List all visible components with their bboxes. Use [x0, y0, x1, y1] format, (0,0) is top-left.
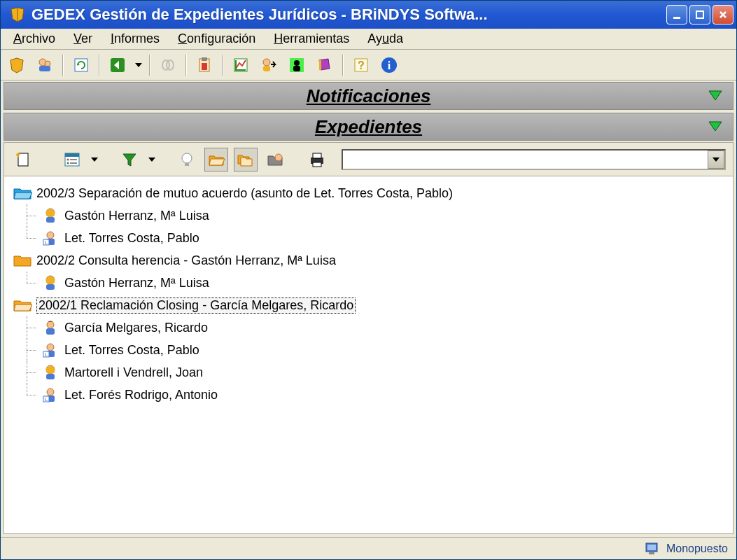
search-combo[interactable]	[342, 149, 726, 170]
menu-informes[interactable]: Informes	[104, 29, 167, 48]
app-icon	[8, 5, 27, 24]
section-expedientes-label: Expedientes	[315, 116, 422, 138]
tb2-list-icon[interactable]	[60, 148, 84, 172]
person-female-icon	[41, 364, 60, 381]
tree-label: Gastón Herranz, Mª Luisa	[64, 276, 209, 290]
svg-point-30	[182, 153, 192, 163]
app-window: GEDEX Gestión de Expedientes Jurídicos -…	[0, 0, 737, 560]
tree-label: 2002/3 Separación de mutuo acuerdo (asun…	[36, 186, 453, 201]
tb-help-icon[interactable]: ?	[349, 53, 373, 77]
window-controls	[666, 5, 734, 24]
person-female-icon	[41, 207, 60, 224]
folder-open-icon	[13, 297, 32, 314]
tree-person[interactable]: Gastón Herranz, Mª Luisa	[13, 204, 724, 227]
maximize-button[interactable]	[689, 5, 710, 24]
svg-point-16	[294, 60, 300, 66]
tree-folder[interactable]: 2002/2 Consulta herencia - Gastón Herran…	[13, 249, 724, 272]
tree-person[interactable]: L Let. Forés Rodrigo, Antonio	[13, 384, 724, 406]
person-lawyer-icon: L	[41, 386, 60, 403]
titlebar: GEDEX Gestión de Expedientes Jurídicos -…	[1, 1, 736, 29]
svg-text:L: L	[45, 239, 48, 246]
svg-rect-57	[647, 545, 656, 550]
tb2-list-dropdown[interactable]	[90, 158, 99, 162]
tree-label: Let. Torres Costa, Pablo	[64, 231, 199, 246]
tb-person-green-icon[interactable]	[285, 53, 309, 77]
menu-herramientas[interactable]: Herramientas	[267, 29, 356, 48]
separator	[149, 55, 150, 76]
svg-point-27	[67, 162, 69, 164]
svg-rect-43	[46, 284, 55, 290]
section-expedientes[interactable]: Expedientes	[3, 113, 734, 141]
tb-home-icon[interactable]	[5, 53, 29, 77]
tb2-filter-icon[interactable]	[118, 148, 141, 172]
window-title: GEDEX Gestión de Expedientes Jurídicos -…	[31, 6, 666, 24]
tb-chart-icon[interactable]	[229, 53, 253, 77]
svg-rect-14	[263, 66, 270, 71]
section-notificaciones[interactable]: Notificaciones	[3, 82, 734, 110]
svg-point-44	[47, 321, 54, 328]
tb-refresh-icon[interactable]	[69, 53, 93, 77]
tree-label: Gastón Herranz, Mª Luisa	[64, 209, 209, 223]
tb2-person-folder-icon[interactable]	[263, 148, 287, 172]
menu-configuracion[interactable]: Configuración	[171, 29, 262, 48]
combo-dropdown-button[interactable]	[708, 150, 724, 169]
tb2-folder1-icon[interactable]	[204, 148, 228, 172]
svg-text:L: L	[45, 351, 48, 358]
monitor-icon	[644, 541, 661, 556]
svg-rect-28	[70, 159, 77, 160]
tb2-bulb-icon[interactable]	[175, 148, 199, 172]
tree-folder[interactable]: 2002/1 Reclamación Closing - García Melg…	[13, 294, 724, 316]
person-lawyer-icon: L	[41, 342, 60, 358]
tb-link-icon[interactable]	[156, 53, 180, 77]
tree-person[interactable]: Martorell i Vendrell, Joan	[13, 361, 724, 384]
svg-rect-35	[313, 162, 321, 167]
close-button[interactable]	[713, 5, 734, 24]
svg-rect-25	[65, 153, 79, 157]
menu-ayuda[interactable]: Ayuda	[360, 29, 410, 48]
tb-clipboard-icon[interactable]	[192, 53, 216, 77]
tree-label: 2002/2 Consulta herencia - Gastón Herran…	[36, 253, 336, 268]
person-female-icon	[41, 274, 60, 291]
svg-rect-34	[313, 153, 321, 158]
collapse-icon[interactable]	[708, 120, 723, 133]
svg-rect-37	[46, 217, 55, 223]
tb2-filter-dropdown[interactable]	[147, 158, 157, 162]
tb-users-icon[interactable]	[33, 53, 57, 77]
menu-archivo[interactable]: Archivo	[6, 29, 62, 48]
folder-orange-icon	[13, 252, 32, 269]
tree-person[interactable]: García Melgares, Ricardo	[13, 316, 724, 339]
tree-label: Let. Torres Costa, Pablo	[64, 343, 199, 358]
svg-point-46	[47, 344, 54, 351]
svg-rect-17	[293, 66, 300, 71]
svg-point-52	[47, 388, 54, 396]
tree-label: Martorell i Vendrell, Joan	[64, 365, 203, 380]
tb-person-out-icon[interactable]	[257, 53, 281, 77]
tb2-folder2-icon[interactable]	[234, 148, 258, 172]
svg-rect-58	[649, 552, 654, 554]
tb2-new-icon[interactable]	[11, 148, 35, 172]
tree-folder[interactable]: 2002/3 Separación de mutuo acuerdo (asun…	[13, 182, 724, 204]
svg-point-38	[47, 232, 54, 239]
tree-person[interactable]: L Let. Torres Costa, Pablo	[13, 227, 724, 249]
tb-back-dropdown[interactable]	[134, 63, 143, 67]
svg-rect-1	[696, 11, 703, 18]
tree-person[interactable]: Gastón Herranz, Mª Luisa	[13, 272, 724, 294]
tb-info-icon[interactable]: i	[377, 53, 401, 77]
expedientes-tree[interactable]: 2002/3 Separación de mutuo acuerdo (asun…	[4, 176, 733, 533]
separator	[62, 55, 64, 76]
section-notificaciones-label: Notificaciones	[307, 85, 431, 107]
collapse-icon[interactable]	[708, 90, 723, 102]
person-male-icon	[41, 319, 60, 336]
svg-text:?: ?	[358, 59, 365, 71]
menu-ver[interactable]: Ver	[66, 29, 99, 48]
tree-person[interactable]: L Let. Torres Costa, Pablo	[13, 339, 724, 361]
svg-rect-5	[75, 59, 87, 71]
svg-rect-31	[185, 162, 189, 166]
tb2-print-icon[interactable]	[305, 148, 329, 172]
separator	[99, 55, 100, 76]
tb-back-icon[interactable]	[106, 53, 129, 77]
minimize-button[interactable]	[666, 5, 687, 24]
tb-book-icon[interactable]	[313, 53, 337, 77]
folder-open-blue-icon	[13, 185, 32, 202]
main-toolbar: ? i	[1, 50, 736, 80]
